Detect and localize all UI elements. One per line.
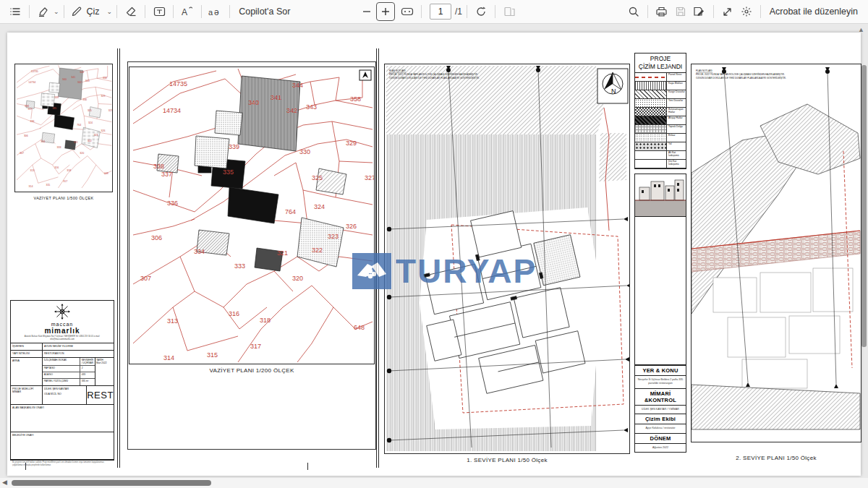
settings-button[interactable] [737, 2, 756, 21]
drawing-sheet-page: VAZİYET PLANI 1/500 ÖLÇEK maccan mimarlı… [7, 33, 861, 476]
fullscreen-button[interactable] [718, 2, 737, 21]
scroll-up-arrow[interactable]: ▲ [858, 26, 864, 33]
translate-icon: a ǝ [208, 6, 223, 17]
highlight-dropdown-chevron[interactable]: ⌄ [54, 8, 59, 15]
legend-title: PROJE ÇİZİM LEJANDI [634, 53, 686, 73]
plan-note-line: ÖZGÜN DUVAR DOKULARI İLE YENİ DUVARLAR P… [389, 76, 480, 80]
legend-row: Toprak Dolgu [635, 125, 686, 134]
divider [116, 5, 117, 18]
parcel-number-label: 648 [354, 324, 365, 331]
plan-note-line: PROJE, 2022 YILINDA YAPILAN RÖLÖVE ÇALIŞ… [696, 72, 785, 76]
plan-note-line: PLAN NOTLARI: [696, 69, 712, 72]
fit-to-width-button[interactable] [398, 2, 417, 21]
gear-icon [741, 6, 752, 17]
legend-swatch-blank [635, 151, 667, 159]
legend-swatch-vert [635, 82, 667, 90]
title-block-value: AYDIN NEDİM YILDIRIM [43, 343, 114, 350]
arsa-value: NEVŞEHİR / UÇHİSAR [80, 358, 95, 365]
legend-swatch-stipple [635, 99, 667, 107]
legend-row: Enkaz [635, 134, 686, 142]
info-block-title: Çizim Ekibi [635, 414, 686, 424]
legend-row: Parsel Sınırı [635, 73, 686, 82]
firm-name-line1: maccan [11, 322, 114, 327]
search-button[interactable] [624, 2, 643, 21]
legend-label: Kaya Blokları [667, 82, 686, 90]
legend-row: Alt Kat İzdüşümü [635, 151, 686, 160]
level1-plan-drawing: PLAN NOTLARI:PROJE, 2022 YILINDA YAPILAN… [385, 64, 629, 453]
firm-name-line2: mimarlık [11, 327, 114, 335]
fit-width-icon [401, 7, 414, 17]
print-button[interactable] [652, 2, 671, 21]
text-box-icon [153, 6, 166, 17]
table-of-contents-button[interactable] [6, 2, 25, 21]
translate-button[interactable]: a ǝ [206, 2, 225, 21]
info-block-title: DÖNEM [635, 433, 686, 444]
parcel-number-label: 314 [163, 354, 174, 361]
arsa-value: 2 [80, 366, 95, 372]
eraser-icon [125, 6, 137, 17]
draw-button[interactable]: Çiz [69, 2, 106, 21]
zoom-in-button[interactable] [376, 2, 395, 21]
divider [173, 5, 174, 18]
site-plan-200-drawing: 1473514734340341344342343358329330339338… [129, 67, 374, 364]
divider [421, 5, 422, 18]
title-block-rows: İŞVERENAYDIN NEDİM YILDIRIMYAPI NİTELİĞİ… [11, 343, 114, 358]
parcel-number-label: 321 [277, 249, 288, 257]
horizontal-scrollbar[interactable] [12, 480, 211, 486]
pdf-document-area[interactable]: VAZİYET PLANI 1/500 ÖLÇEK maccan mimarlı… [0, 24, 868, 488]
legend-swatch-coarse [635, 142, 667, 150]
page-view-button[interactable] [500, 2, 519, 21]
save-as-button[interactable] [690, 2, 709, 21]
author-row: PROJE MÜELLİFİ MİMAR DİLEK ŞEN KANTAR OD… [11, 386, 114, 405]
title-block-key: İŞVEREN [11, 343, 43, 350]
approval-area-1: ALAN BAŞKANLIĞI ONAYI [11, 405, 114, 432]
scroll-left-arrow[interactable]: ◀ [2, 479, 7, 486]
divider [467, 5, 467, 18]
save-as-icon [693, 6, 705, 17]
erase-button[interactable] [122, 2, 140, 21]
parcel-number-label: 14734 [163, 107, 181, 114]
horizontal-scrollbar-track[interactable]: ◀ [0, 478, 868, 488]
rotate-button[interactable] [472, 2, 490, 21]
divider [713, 5, 714, 18]
snowflake-logo-icon [54, 303, 71, 320]
legend-label: Toprak Dolgu [667, 125, 686, 133]
parcel-number-label: 764 [285, 208, 296, 215]
save-button[interactable] [671, 2, 690, 21]
north-arrow-icon [359, 70, 371, 80]
legend-rows: Parsel SınırıKaya BloklarıKargir Duvarla… [634, 73, 686, 169]
arsa-key: ADA NO [43, 372, 80, 378]
arsa-key: PAFTA NO [43, 366, 80, 372]
parcel-number-label: 317 [250, 343, 261, 350]
draw-label[interactable]: Çiz [82, 7, 104, 17]
add-text-button[interactable] [150, 2, 169, 21]
page-number-input[interactable] [430, 4, 451, 20]
section-thumbnail-frame [634, 174, 686, 217]
parcel-number-label: 327 [365, 174, 374, 181]
title-block-row: İŞVERENAYDIN NEDİM YILDIRIM [11, 343, 114, 351]
parcel-number-label: 318 [260, 317, 271, 324]
edit-in-acrobat-button[interactable]: Acrobat ile düzenleyin [765, 7, 862, 17]
legend-empty-box [634, 217, 686, 365]
draw-dropdown-chevron[interactable]: ⌄ [107, 8, 113, 15]
parcel-number-label: 14735 [169, 80, 187, 87]
level2-plan-caption: 2. SEVİYE PLANI 1/50 Ölçek [691, 455, 861, 461]
highlight-button[interactable] [34, 2, 53, 21]
arsa-sub-row: ADA NO433 [43, 372, 95, 379]
parcel-number-label: 343 [306, 103, 317, 111]
legend-title-line1: PROJE [635, 55, 686, 63]
info-block-text: DİLEK ŞEN KANTAR / Y.MİMAR [635, 406, 686, 414]
legend-label: Ahşap Hatlar [667, 116, 686, 124]
legend-label: Alt Kat İzdüşümü [667, 151, 686, 159]
title-block: maccan mimarlık Atatürk Bulvarı Kale Mey… [10, 300, 114, 461]
expand-icon [722, 7, 733, 17]
legend-row: Bulunamayan Hatlar [635, 108, 686, 116]
zoom-out-button[interactable] [357, 2, 376, 21]
svg-text:N: N [611, 87, 616, 95]
read-aloud-button[interactable]: A [178, 2, 197, 21]
arsa-sub-row: PAFTA NO2 [43, 366, 95, 372]
small-site-plan-drawing [15, 64, 112, 192]
vertical-scrollbar[interactable] [861, 65, 867, 347]
level2-plan-drawing: PLAN NOTLARI:PROJE, 2022 YILINDA YAPILAN… [692, 64, 861, 442]
copilot-button[interactable]: Copilot'a Sor [234, 7, 294, 17]
